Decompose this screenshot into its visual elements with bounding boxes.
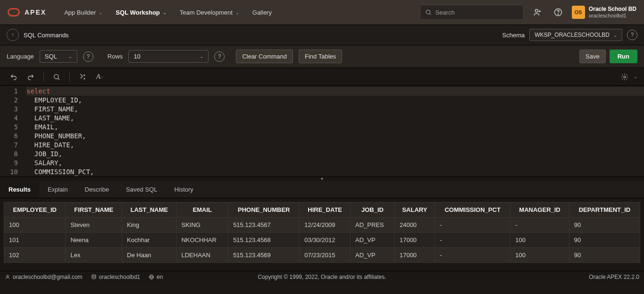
oracle-logo-icon	[8, 8, 20, 17]
nav-item-team-development[interactable]: Team Development ⌄	[173, 5, 246, 20]
help-icon[interactable]	[551, 5, 565, 19]
user-org: Oracle School BD	[589, 6, 636, 12]
logo-text: APEX	[25, 8, 46, 16]
sql-toolbar: Language SQL ⌄ ? Rows 10 ⌄ ? Clear Comma…	[0, 45, 644, 68]
rows-label: Rows	[108, 53, 123, 60]
svg-point-9	[624, 76, 626, 78]
user-icon	[5, 274, 10, 280]
search-input[interactable]: Search	[420, 5, 524, 20]
nav-item-app-builder[interactable]: App Builder ⌄	[58, 5, 109, 20]
admin-icon[interactable]	[530, 5, 544, 19]
svg-point-7	[84, 78, 85, 79]
editor-toolbar: A:: ⌄	[0, 68, 644, 86]
column-header[interactable]: LAST_NAME	[122, 202, 176, 218]
search-placeholder: Search	[435, 9, 455, 16]
language-select[interactable]: SQL ⌄	[40, 50, 77, 63]
svg-point-10	[7, 275, 8, 277]
svg-point-0	[426, 10, 430, 14]
tab-explain[interactable]: Explain	[39, 181, 76, 198]
results-table: EMPLOYEE_IDFIRST_NAMELAST_NAMEEMAILPHONE…	[4, 202, 640, 263]
avatar: OS	[572, 6, 585, 19]
svg-point-5	[54, 74, 59, 78]
column-header[interactable]: EMAIL	[176, 202, 228, 218]
up-arrow-icon[interactable]: ↑	[7, 29, 19, 41]
schema-select[interactable]: WKSP_ORACLESCHOOLBD ⌄	[529, 29, 622, 41]
clear-command-button[interactable]: Clear Command	[236, 50, 293, 63]
results-tabs: ResultsExplainDescribeSaved SQLHistory	[0, 181, 644, 198]
autocomplete-icon[interactable]	[75, 70, 90, 84]
find-icon[interactable]	[50, 70, 64, 84]
svg-point-8	[84, 75, 85, 76]
footer-language[interactable]: en	[149, 274, 163, 280]
results-panel: EMPLOYEE_IDFIRST_NAMELAST_NAMEEMAILPHONE…	[0, 198, 644, 271]
chevron-down-icon: ⌄	[634, 74, 637, 79]
tab-history[interactable]: History	[166, 181, 201, 198]
nav-item-gallery[interactable]: Gallery	[246, 5, 278, 20]
line-gutter: 12345678910	[0, 86, 23, 176]
footer: oracleschoolbd@gmail.com oracleschoolbd1…	[0, 271, 644, 282]
svg-line-1	[429, 14, 431, 15]
column-header[interactable]: FIRST_NAME	[66, 202, 122, 218]
footer-workspace[interactable]: oracleschoolbd1	[91, 274, 140, 280]
logo[interactable]: APEX	[8, 8, 46, 17]
chevron-down-icon: ⌄	[68, 54, 72, 59]
page-title: SQL Commands	[24, 32, 69, 39]
language-label: Language	[7, 53, 34, 60]
user-menu[interactable]: OS Oracle School BD oracleschoolbd1	[572, 6, 636, 19]
footer-copyright: Copyright © 1999, 2022, Oracle and/or it…	[258, 274, 386, 280]
splitter-handle[interactable]	[0, 176, 644, 181]
tab-describe[interactable]: Describe	[76, 181, 117, 198]
tab-results[interactable]: Results	[0, 181, 39, 198]
svg-point-11	[92, 275, 96, 276]
column-header[interactable]: JOB_ID	[351, 202, 395, 218]
nav-item-sql-workshop[interactable]: SQL Workshop ⌄	[109, 5, 173, 20]
column-header[interactable]: PHONE_NUMBER	[228, 202, 300, 218]
column-header[interactable]: HIRE_DATE	[300, 202, 351, 218]
search-icon	[425, 9, 432, 16]
table-row[interactable]: 100StevenKingSKING515.123.456712/24/2009…	[4, 218, 640, 233]
table-row[interactable]: 101NeenaKochharNKOCHHAR515.123.456803/30…	[4, 233, 640, 248]
svg-point-2	[535, 9, 538, 12]
chevron-down-icon: ⌄	[163, 10, 167, 15]
svg-point-4	[558, 14, 558, 15]
run-button[interactable]: Run	[610, 50, 637, 63]
save-button[interactable]: Save	[579, 50, 606, 63]
page-subheader: ↑ SQL Commands Schema WKSP_ORACLESCHOOLB…	[0, 25, 644, 45]
column-header[interactable]: SALARY	[394, 202, 435, 218]
column-header[interactable]: EMPLOYEE_ID	[4, 202, 66, 218]
rows-select[interactable]: 10 ⌄	[128, 50, 209, 63]
redo-icon[interactable]	[24, 70, 38, 84]
undo-icon[interactable]	[7, 70, 21, 84]
database-icon	[91, 274, 97, 280]
column-header[interactable]: DEPARTMENT_ID	[569, 202, 640, 218]
footer-email[interactable]: oracleschoolbd@gmail.com	[5, 274, 83, 280]
user-name: oracleschoolbd1	[589, 13, 636, 19]
tab-saved-sql[interactable]: Saved SQL	[117, 181, 166, 198]
chevron-down-icon: ⌄	[200, 54, 203, 59]
top-nav: APEX App Builder ⌄SQL Workshop ⌄Team Dev…	[0, 0, 644, 25]
globe-icon	[149, 274, 154, 280]
footer-version: Oracle APEX 22.2.0	[589, 274, 639, 280]
code-editor[interactable]: 12345678910 select EMPLOYEE_ID, FIRST_NA…	[0, 86, 644, 176]
table-row[interactable]: 102LexDe HaanLDEHAAN515.123.456907/23/20…	[4, 248, 640, 263]
chevron-down-icon: ⌄	[235, 10, 239, 15]
settings-icon[interactable]	[618, 70, 632, 84]
chevron-down-icon: ⌄	[613, 33, 617, 38]
chevron-down-icon: ⌄	[99, 10, 102, 15]
format-icon[interactable]: A::	[92, 70, 107, 84]
rows-help-icon[interactable]: ?	[214, 51, 225, 62]
find-tables-button[interactable]: Find Tables	[299, 50, 342, 63]
language-help-icon[interactable]: ?	[83, 51, 93, 62]
schema-help-icon[interactable]: ?	[627, 30, 637, 40]
column-header[interactable]: MANAGER_ID	[510, 202, 569, 218]
schema-label: Schema	[502, 32, 525, 39]
column-header[interactable]: COMMISSION_PCT	[435, 202, 510, 218]
svg-line-6	[58, 78, 59, 80]
